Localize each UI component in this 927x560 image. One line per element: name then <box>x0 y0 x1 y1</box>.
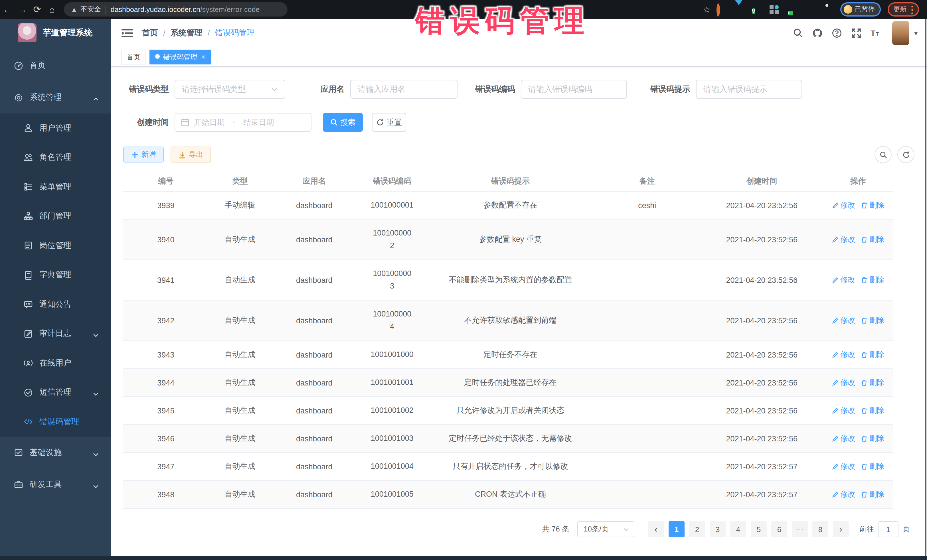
delete-link[interactable]: 删除 <box>861 234 884 244</box>
edit-link[interactable]: 修改 <box>832 378 855 388</box>
cell-actions: 修改删除 <box>823 219 894 260</box>
page-size-select[interactable]: 10条/页 <box>577 521 634 537</box>
next-page-button[interactable]: › <box>833 521 849 537</box>
edit-link[interactable]: 修改 <box>832 316 855 326</box>
delete-link[interactable]: 删除 <box>861 378 884 388</box>
date-range-input[interactable]: 开始日期 - 结束日期 <box>175 113 312 132</box>
sidebar-item-首页[interactable]: 首页 <box>0 50 111 82</box>
ext-orange-ring-icon[interactable] <box>716 5 725 14</box>
chevron-down-icon <box>93 331 99 337</box>
browser-back-icon[interactable]: ← <box>0 4 15 15</box>
bookmark-star-icon[interactable]: ☆ <box>703 4 711 15</box>
browser-update-button[interactable]: 更新 ••• <box>887 2 919 17</box>
ext-blue-gem-icon[interactable] <box>734 5 743 14</box>
scrollbar[interactable] <box>925 19 926 556</box>
browser-forward-icon[interactable]: → <box>15 4 30 15</box>
edit-link[interactable]: 修改 <box>832 461 855 472</box>
ext-on-badge-icon[interactable]: on <box>787 5 796 14</box>
sidebar-item-字典管理[interactable]: 字典管理 <box>0 260 111 290</box>
sidebar-item-短信管理[interactable]: 短信管理 <box>0 378 111 407</box>
sidebar-item-审计日志[interactable]: 审计日志 <box>0 319 111 348</box>
search-button[interactable]: 搜索 <box>323 113 363 132</box>
sidebar-item-研发工具[interactable]: 研发工具 <box>0 469 111 501</box>
sidebar-item-错误码管理[interactable]: 错误码管理 <box>0 407 111 437</box>
sidebar-logo[interactable]: 芋道管理系统 <box>0 19 111 46</box>
prev-page-button[interactable]: ‹ <box>648 521 664 537</box>
delete-link[interactable]: 删除 <box>861 316 884 326</box>
page-button-6[interactable]: 6 <box>771 521 787 537</box>
ext-green-key-icon[interactable] <box>805 5 814 14</box>
sidebar-item-菜单管理[interactable]: 菜单管理 <box>0 172 111 202</box>
page-button-2[interactable]: 2 <box>689 521 705 537</box>
filter-type-select[interactable]: 请选择错误码类型 <box>175 80 285 99</box>
delete-link[interactable]: 删除 <box>861 405 884 416</box>
fullscreen-icon[interactable] <box>851 28 862 38</box>
page-button-1[interactable]: 1 <box>669 521 685 537</box>
table-row: 3941自动生成dashboard1001000003不能删除类型为系统内置的参… <box>123 260 894 300</box>
cell-app: dashboard <box>272 397 357 425</box>
show-search-circle-button[interactable] <box>874 146 892 163</box>
github-icon[interactable] <box>812 28 823 38</box>
goto-page-input[interactable]: 1 <box>878 521 898 537</box>
edit-link[interactable]: 修改 <box>832 433 855 444</box>
cell-code: 1001001003 <box>357 425 427 452</box>
page-button-5[interactable]: 5 <box>751 521 767 537</box>
filter-code-input[interactable]: 请输入错误码编码 <box>521 80 627 99</box>
page-button-3[interactable]: 3 <box>710 521 726 537</box>
edit-link[interactable]: 修改 <box>832 200 855 211</box>
extensions-puzzle-icon[interactable] <box>822 5 831 14</box>
hamburger-icon[interactable] <box>122 28 133 38</box>
browser-home-icon[interactable]: ⌂ <box>44 4 59 15</box>
user-avatar[interactable] <box>892 21 909 45</box>
sidebar-item-系统管理[interactable]: 系统管理 <box>0 82 111 114</box>
more-pages-button[interactable]: ··· <box>792 521 808 537</box>
edit-link[interactable]: 修改 <box>832 405 855 416</box>
refresh-circle-button[interactable] <box>897 146 915 163</box>
cell-time: 2021-04-20 23:52:56 <box>701 397 823 425</box>
browser-reload-icon[interactable]: ⟳ <box>30 4 44 15</box>
sidebar-item-岗位管理[interactable]: 岗位管理 <box>0 231 111 260</box>
filter-app-input[interactable]: 请输入应用名 <box>350 80 457 99</box>
sidebar-item-基础设施[interactable]: 基础设施 <box>0 437 111 469</box>
header-search-icon[interactable] <box>793 28 803 38</box>
delete-link[interactable]: 删除 <box>861 489 884 499</box>
tab-home[interactable]: 首页 <box>122 49 146 64</box>
sidebar-item-通知公告[interactable]: 通知公告 <box>0 290 111 319</box>
tab-close-icon[interactable]: × <box>201 53 205 61</box>
font-size-icon[interactable]: TT <box>871 28 881 38</box>
reset-button[interactable]: 重置 <box>372 113 406 132</box>
ext-green-v-icon[interactable]: V <box>752 5 761 14</box>
edit-link[interactable]: 修改 <box>832 349 855 360</box>
sidebar-item-在线用户[interactable]: 在线用户 <box>0 348 111 378</box>
column-header-应用名: 应用名 <box>272 171 357 191</box>
help-icon[interactable] <box>832 28 842 38</box>
page-button-8[interactable]: 8 <box>812 521 828 537</box>
cell-type: 自动生成 <box>208 452 272 480</box>
filter-hint-input[interactable]: 请输入错误码提示 <box>696 80 802 99</box>
delete-link[interactable]: 删除 <box>861 433 884 444</box>
address-bar[interactable]: ▲ 不安全 dashboard.yudao.iocoder.cn /system… <box>64 2 287 17</box>
page-button-4[interactable]: 4 <box>730 521 746 537</box>
edit-link[interactable]: 修改 <box>832 275 855 285</box>
breadcrumb-system[interactable]: 系统管理 <box>170 28 202 38</box>
browser-menu-kebab-icon[interactable]: ••• <box>911 4 913 15</box>
delete-link[interactable]: 删除 <box>861 461 884 472</box>
breadcrumb-home[interactable]: 首页 <box>142 28 158 38</box>
delete-link[interactable]: 删除 <box>861 349 884 360</box>
edit-link[interactable]: 修改 <box>832 234 855 244</box>
export-button[interactable]: 导出 <box>170 147 211 162</box>
edit-link[interactable]: 修改 <box>832 489 855 499</box>
profile-paused-pill[interactable]: 已暂停 <box>840 2 881 17</box>
delete-link[interactable]: 删除 <box>861 275 884 285</box>
announcement-icon <box>23 300 33 310</box>
cell-time: 2021-04-20 23:52:56 <box>701 425 823 452</box>
cell-actions: 修改删除 <box>823 369 894 397</box>
tab-error-code[interactable]: 错误码管理× <box>149 49 211 64</box>
add-button[interactable]: 新增 <box>123 147 164 162</box>
sidebar-item-用户管理[interactable]: 用户管理 <box>0 114 111 143</box>
sidebar-item-角色管理[interactable]: 角色管理 <box>0 143 111 172</box>
ext-grid-icon[interactable] <box>769 5 778 14</box>
delete-link[interactable]: 删除 <box>861 200 884 211</box>
avatar-caret-icon[interactable]: ▼ <box>913 30 919 36</box>
sidebar-item-部门管理[interactable]: 部门管理 <box>0 202 111 231</box>
